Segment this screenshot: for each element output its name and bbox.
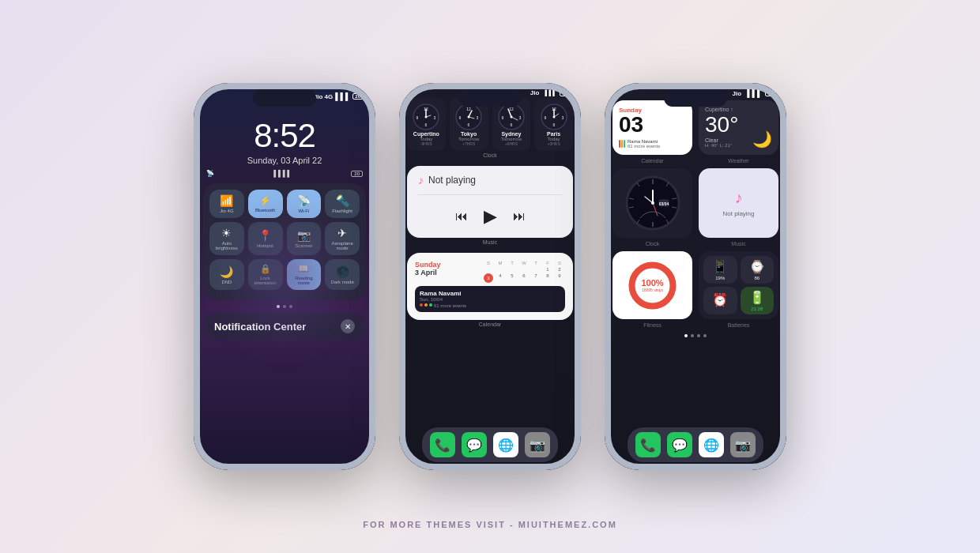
clock-cupertino: 12 3 6 9 Cupertino Today -9HRS	[407, 98, 446, 151]
cc-grid-1: 📶 Jio 4G ⚡ Bluetooth 📡 Wi-Fi 🔦 Flashligh…	[209, 190, 360, 218]
tokyo-offset: +7HRS	[462, 141, 475, 146]
bar-green	[624, 140, 625, 148]
svg-point-31	[552, 116, 555, 118]
paris-label: Paris	[547, 131, 560, 137]
cal-more-events: 61 more events	[434, 303, 466, 308]
lock-battery: 20	[351, 171, 363, 177]
music-widget-dark: ♪ Not playing ⏮ ▶ ⏭	[407, 166, 573, 238]
svg-text:3: 3	[477, 115, 479, 120]
clock-widget-section: 12 3 6 9 Cupertino Today -9HRS	[399, 98, 581, 166]
dock-messages-2[interactable]: 💬	[462, 432, 487, 457]
scanner-label: Scanner	[295, 243, 312, 248]
svg-text:9: 9	[544, 115, 546, 120]
nc-close-button[interactable]: ✕	[341, 319, 355, 333]
cc-wifi[interactable]: 📡 Wi-Fi	[287, 190, 322, 218]
p3-fitness-label: Fitness	[612, 322, 692, 328]
cal-f: F	[542, 261, 553, 265]
cc-airplane[interactable]: ✈ Aeroplane mode	[325, 222, 360, 255]
p3-dock-messages[interactable]: 💬	[667, 432, 692, 457]
batt-power-pct: 21:28	[751, 307, 763, 311]
cc-orientation[interactable]: 🔒 Lock orientation	[248, 259, 283, 290]
batt-phone: 📱 19%	[703, 256, 737, 284]
p2-signal-bars: ▌▌▌	[545, 90, 556, 96]
calendar-widget-dark: Sunday 3 April S M T W T F S	[407, 253, 573, 320]
batt-alarm-icon: ⏰	[712, 292, 728, 307]
carrier-label: Jio 4G	[314, 93, 333, 100]
wifi-icon: 📡	[297, 194, 311, 207]
svg-text:9: 9	[501, 115, 503, 120]
svg-point-15	[468, 116, 470, 118]
cal-dots-row: 61 more events	[420, 303, 560, 308]
rewind-button[interactable]: ⏮	[455, 209, 468, 224]
sydney-label: Sydney	[501, 131, 521, 137]
p3-dock-camera[interactable]: 📷	[730, 432, 756, 457]
cal-day-headers: S M T W T F S	[483, 261, 565, 283]
p3-dock-phone[interactable]: 📞	[635, 432, 661, 457]
phone-1-screen: Jio 4G ▌▌▌ 20 8:52 Sunday, 03 April 22 📡…	[194, 83, 375, 470]
dock-phone-2[interactable]: 📞	[430, 432, 455, 457]
orientation-label: Lock orientation	[251, 276, 280, 285]
music-widget-label-2: Music	[407, 239, 573, 245]
cal-7: 7	[530, 273, 541, 283]
p3-calendar-label: Calendar	[612, 158, 692, 164]
svg-text:12: 12	[466, 107, 471, 111]
cc-jio[interactable]: 📶 Jio 4G	[209, 190, 244, 218]
p3-dot-1	[684, 334, 688, 337]
p2-battery: 18	[560, 90, 570, 96]
brightness-label: Auto brightness	[213, 241, 241, 250]
cc-dark[interactable]: 🌑 Dark mode	[325, 259, 360, 290]
cal-m: M	[495, 261, 506, 265]
status-icons: Jio 4G ▌▌▌ 20	[314, 92, 363, 100]
camera-app-icon: 📷	[530, 438, 545, 453]
cal-title-section: Sunday 3 April	[415, 261, 441, 283]
dock-camera-2[interactable]: 📷	[525, 432, 550, 457]
phone-2: Jio ▌▌▌ 18 12 3 6 9 Cupe	[399, 83, 581, 470]
dock-chrome-2[interactable]: 🌐	[493, 432, 518, 457]
batt-phone-icon: 📱	[712, 259, 728, 274]
p3-chrome-icon: 🌐	[703, 438, 719, 453]
p3-dock-chrome[interactable]: 🌐	[699, 432, 724, 457]
signal-bars: ▌▌▌	[335, 92, 350, 100]
clock-face-cupertino: 12 3 6 9	[412, 103, 440, 131]
batt-alarm: ⏰	[703, 287, 737, 314]
flashlight-icon: 🔦	[336, 194, 349, 207]
dnd-icon: 🌙	[220, 265, 233, 278]
cc-brightness[interactable]: ☀ Auto brightness	[209, 222, 244, 255]
phone-1-notch	[253, 89, 316, 107]
cc-bluetooth[interactable]: ⚡ Bluetooth	[248, 190, 283, 218]
dot-1	[277, 305, 280, 308]
cal-4: 4	[495, 273, 506, 283]
svg-text:3: 3	[561, 115, 564, 120]
dark-label: Dark mode	[330, 280, 353, 284]
p3-signal: ▌▌▌	[747, 89, 762, 97]
cal-day-name: Sunday	[415, 261, 441, 269]
cc-flashlight[interactable]: 🔦 Flashlight	[325, 190, 360, 218]
p3-analog-clock: 03/04	[624, 175, 681, 231]
svg-point-48	[651, 201, 654, 205]
fast-forward-button[interactable]: ⏭	[513, 209, 526, 224]
phone-2-dock: 📞 💬 🌐 📷	[422, 427, 558, 462]
svg-text:9: 9	[459, 115, 462, 120]
cc-scanner[interactable]: 📷 Scanner	[287, 222, 322, 255]
p3-clock-label: Clock	[612, 241, 692, 246]
p3-phone-icon: 📞	[640, 438, 656, 453]
p3-clock-widget: 03/04	[612, 168, 692, 238]
page-dots-1	[194, 305, 375, 308]
lock-time: 8:52	[194, 119, 375, 152]
airplane-label: Aeroplane mode	[328, 241, 356, 250]
cal-empty-1	[483, 267, 494, 272]
music-widget-section-2: ♪ Not playing ⏮ ▶ ⏭ Music	[399, 166, 581, 253]
orientation-icon: 🔒	[260, 264, 271, 274]
cal-event-block: Rama Navami Sun, 10/04 61 more events	[415, 286, 565, 312]
cc-hotspot[interactable]: 📍 Hotspot	[248, 222, 283, 255]
music-divider	[418, 194, 562, 195]
cc-dnd[interactable]: 🌙 DND	[209, 259, 244, 290]
cal-date-name: 3 April	[415, 269, 441, 276]
cc-reading[interactable]: 📖 Reading mode	[287, 259, 322, 290]
lock-date: Sunday, 03 April 22	[194, 156, 375, 165]
p3-calendar-widget: Sunday 03 Rama Navami 61 more events	[612, 100, 692, 155]
play-button[interactable]: ▶	[484, 206, 497, 227]
cal-8: 8	[542, 273, 553, 283]
p3-cal-bar	[619, 140, 625, 148]
tokyo-label: Tokyo	[461, 131, 477, 137]
